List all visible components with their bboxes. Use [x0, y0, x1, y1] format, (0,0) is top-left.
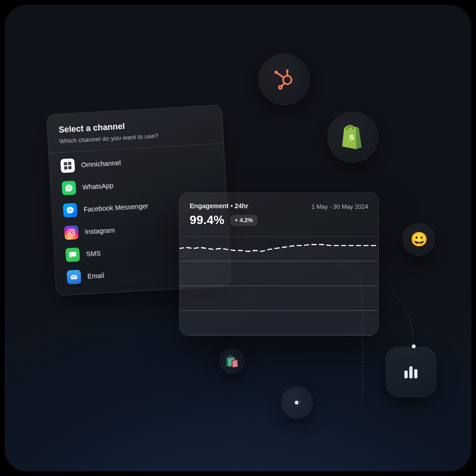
instagram-icon — [64, 225, 79, 240]
channel-label: SMS — [86, 250, 101, 258]
channel-label: WhatsApp — [82, 182, 114, 191]
integration-chip-shopify[interactable]: s — [327, 112, 378, 163]
sms-icon — [66, 247, 80, 262]
grid-icon — [60, 159, 75, 173]
channel-item-omnichannel[interactable]: Omnichannel — [60, 151, 213, 173]
svg-rect-15 — [64, 166, 67, 170]
messenger-icon — [63, 203, 78, 218]
bar-chart-icon — [402, 363, 420, 381]
channel-item-whatsapp[interactable]: WhatsApp — [61, 173, 214, 195]
svg-rect-17 — [68, 229, 75, 236]
engagement-chart — [179, 237, 378, 335]
svg-rect-11 — [410, 366, 413, 378]
integration-chip-hubspot[interactable] — [258, 54, 310, 105]
engagement-range: 1 May - 30 May 2024 — [311, 202, 368, 210]
channel-label: Email — [87, 271, 105, 280]
hubspot-icon — [272, 68, 296, 91]
shopify-icon: s — [340, 123, 365, 151]
svg-rect-16 — [68, 166, 72, 169]
channel-label: Instagram — [85, 226, 115, 236]
analytics-chip[interactable] — [386, 347, 436, 397]
channel-label: Facebook Messenger — [83, 202, 148, 213]
svg-point-18 — [70, 231, 73, 234]
svg-line-5 — [277, 73, 284, 78]
svg-point-19 — [73, 230, 74, 231]
smile-emoji-icon: 😀 — [410, 232, 428, 246]
emoji-chip-smile[interactable]: 😀 — [403, 223, 435, 256]
svg-rect-13 — [64, 162, 67, 165]
engagement-delta: + 4.2% — [230, 215, 258, 226]
stage: s 😀 🛍️ Select a channel Which channel do… — [5, 5, 471, 471]
whatsapp-icon — [61, 181, 76, 196]
svg-point-6 — [275, 71, 278, 74]
email-icon — [66, 270, 81, 284]
engagement-title: Engagement • 24hr — [190, 202, 248, 210]
empty-chip — [281, 387, 313, 418]
svg-rect-14 — [68, 162, 71, 165]
bags-emoji-icon: 🛍️ — [225, 356, 239, 367]
svg-point-8 — [279, 86, 282, 89]
engagement-card: Engagement • 24hr 1 May - 30 May 2024 99… — [179, 192, 379, 336]
channel-label: Omnichannel — [81, 159, 121, 169]
emoji-chip-bags[interactable]: 🛍️ — [219, 349, 245, 374]
svg-rect-12 — [414, 369, 417, 378]
svg-point-4 — [286, 69, 288, 72]
svg-text:s: s — [349, 132, 354, 142]
svg-rect-10 — [404, 370, 408, 378]
engagement-value: 99.4% — [190, 213, 225, 227]
